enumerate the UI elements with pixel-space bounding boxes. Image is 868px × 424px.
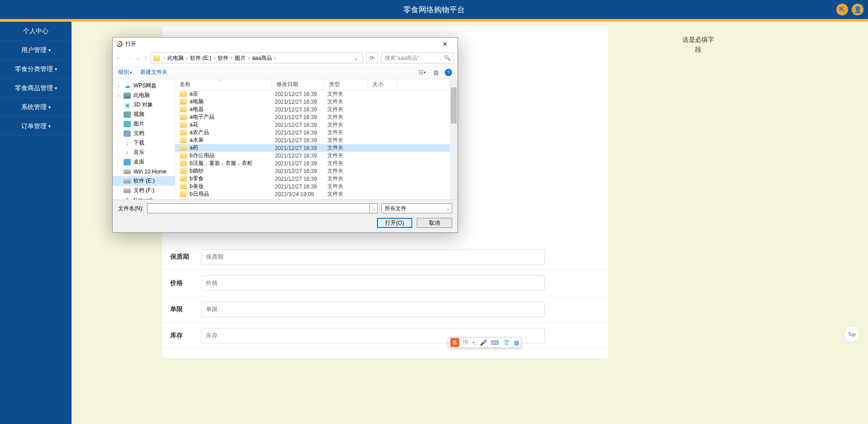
file-date: 2021/12/27 16:39 [275, 130, 327, 136]
tree-item[interactable]: 软件 (E:) [113, 176, 175, 186]
folder-tree[interactable]: ›☁WPS网盘›此电脑▣3D 对象视频图片文档↓下载♪音乐桌面Win 10 Ho… [113, 79, 175, 199]
tree-item-label: 音乐 [134, 149, 144, 156]
limit-input[interactable] [201, 302, 545, 317]
file-type: 文件夹 [327, 167, 369, 175]
preview-pane-icon[interactable]: ▥ [431, 68, 440, 77]
folder-icon [180, 145, 187, 151]
breadcrumb-item[interactable]: aaa商品 [252, 54, 272, 62]
fullscreen-icon[interactable]: ⇱ [836, 4, 848, 15]
file-row[interactable]: b日用品2022/3/24 19:09文件夹 [175, 190, 458, 198]
tree-item[interactable]: ▣3D 对象 [113, 100, 175, 110]
nav-recent-icon[interactable]: ⌄ [136, 56, 140, 60]
sidebar-item-orders[interactable]: 订单管理▾ [0, 117, 72, 136]
organize-menu[interactable]: 组织 ▾ [118, 68, 132, 76]
sidebar-item-users[interactable]: 用户管理▾ [0, 41, 72, 60]
folder-icon [180, 122, 187, 128]
col-type[interactable]: 类型 [324, 79, 368, 90]
nav-forward-icon[interactable]: → [126, 55, 132, 61]
tree-item[interactable]: ♪音乐 [113, 148, 175, 157]
tree-item[interactable]: ›此电脑 [113, 91, 175, 100]
back-to-top-button[interactable]: Top [844, 326, 860, 342]
tree-item[interactable]: ↓下载 [113, 138, 175, 148]
tree-item[interactable]: 视频 [113, 110, 175, 119]
file-list[interactable]: a茶2021/12/27 16:39文件夹a电脑2021/12/27 16:39… [175, 90, 458, 199]
required-hint: 这是必填字 段 [682, 34, 714, 55]
shelflife-input[interactable] [201, 249, 545, 265]
col-size[interactable]: 大小 [368, 79, 397, 90]
nav-up-icon[interactable]: ↑ [144, 55, 147, 61]
tree-item-icon [124, 169, 131, 174]
ime-punct-icon[interactable]: •, [472, 339, 476, 346]
file-row[interactable]: a电子产品2021/12/27 16:39文件夹 [175, 113, 458, 121]
file-type: 文件夹 [327, 183, 369, 190]
ime-lang-label[interactable]: 中 [463, 338, 469, 347]
dialog-titlebar[interactable]: 打开 ✕ [113, 38, 458, 50]
tree-item[interactable]: Win 10 Home [113, 167, 175, 176]
address-bar[interactable]: › 此电脑› 软件 (E:)› 软件› 图片› aaa商品› ⌄ [151, 53, 362, 63]
file-date: 2021/12/27 16:39 [275, 122, 327, 128]
file-row[interactable]: b汉服，童装，衣服，衣柜2021/12/27 16:39文件夹 [175, 159, 458, 167]
scrollbar[interactable] [450, 79, 458, 199]
sidebar-item-goods[interactable]: 零食商品管理▾ [0, 79, 72, 98]
nav-back-icon[interactable]: ← [116, 55, 122, 61]
folder-icon [153, 55, 160, 61]
form-row-limit: 单限 [162, 296, 608, 323]
breadcrumb-item[interactable]: 软件 [218, 54, 229, 62]
breadcrumb-item[interactable]: 软件 (E:) [190, 54, 211, 62]
file-date: 2021/12/27 16:39 [275, 137, 327, 144]
file-type: 文件夹 [327, 198, 369, 199]
col-name[interactable]: 名称 [175, 79, 272, 90]
col-date[interactable]: 修改日期 [272, 79, 324, 90]
file-row[interactable]: a花2021/12/27 16:39文件夹 [175, 121, 458, 129]
file-row[interactable]: b办公用品2021/12/27 16:39文件夹 [175, 152, 458, 159]
tree-item-icon: ♪ [124, 149, 131, 156]
cancel-button[interactable]: 取消 [417, 218, 452, 228]
sidebar-item-personal[interactable]: 个人中心 [0, 22, 72, 41]
close-button[interactable]: ✕ [436, 38, 454, 50]
file-row[interactable]: b零食2021/12/27 16:39文件夹 [175, 175, 458, 183]
ime-toolbox-icon[interactable]: ▦ [514, 339, 519, 346]
tree-item[interactable]: 文档 [113, 129, 175, 138]
file-list-header[interactable]: ⌃ 名称 修改日期 类型 大小 [175, 79, 458, 90]
breadcrumb-item[interactable]: 图片 [235, 54, 246, 62]
help-icon[interactable]: ? [445, 69, 452, 76]
sogou-icon[interactable]: S [450, 338, 459, 347]
chevron-down-icon: ⌄ [446, 206, 450, 211]
ime-keyboard-icon[interactable]: ⌨ [491, 339, 499, 346]
refresh-button[interactable]: ⟳ [366, 53, 378, 63]
sidebar-item-category[interactable]: 零食分类管理▾ [0, 60, 72, 79]
sidebar-item-system[interactable]: 系统管理▾ [0, 98, 72, 117]
file-row[interactable]: b失物2021/12/27 16:39文件夹 [175, 198, 458, 199]
tree-item[interactable]: 图片 [113, 119, 175, 129]
user-icon[interactable]: 👤 [852, 4, 863, 15]
filename-dropdown-icon[interactable]: ⌄ [370, 203, 378, 213]
file-row[interactable]: b婚纱2021/12/27 16:39文件夹 [175, 167, 458, 175]
file-open-dialog: 打开 ✕ ← → ⌄ ↑ › 此电脑› 软件 (E:)› 软件› 图片› aaa… [112, 37, 458, 233]
tree-item[interactable]: ›☁WPS网盘 [113, 81, 175, 91]
search-input[interactable]: 搜索"aaa商品" 🔍 [382, 53, 454, 63]
open-button[interactable]: 打开(O) [377, 218, 412, 228]
file-row[interactable]: a药2021/12/27 16:39文件夹 [175, 144, 458, 152]
scrollbar-thumb[interactable] [451, 87, 457, 124]
file-row[interactable]: a茶2021/12/27 16:39文件夹 [175, 90, 458, 98]
ime-voice-icon[interactable]: 🎤 [480, 339, 487, 346]
new-folder-button[interactable]: 新建文件夹 [140, 68, 167, 76]
breadcrumb-item[interactable]: 此电脑 [167, 54, 184, 62]
file-row[interactable]: a电器2021/12/27 16:39文件夹 [175, 106, 458, 113]
file-row[interactable]: a水果2021/12/27 16:39文件夹 [175, 136, 458, 144]
tree-item[interactable]: 文档 (F:) [113, 186, 175, 195]
price-input[interactable] [201, 275, 545, 291]
chevron-down-icon[interactable]: ⌄ [352, 55, 360, 61]
filename-input[interactable] [147, 203, 370, 213]
ime-toolbar[interactable]: S 中 •, 🎤 ⌨ 👕 ▦ [448, 337, 521, 348]
filetype-select[interactable]: 所有文件⌄ [382, 203, 452, 213]
file-type: 文件夹 [327, 121, 369, 129]
tree-item[interactable]: 桌面 [113, 157, 175, 167]
ime-skin-icon[interactable]: 👕 [503, 339, 510, 346]
file-row[interactable]: a电脑2021/12/27 16:39文件夹 [175, 98, 458, 106]
tree-item[interactable]: ›🖧Network [113, 195, 175, 199]
file-row[interactable]: b美妆2021/12/27 16:39文件夹 [175, 183, 458, 190]
tree-item-label: 桌面 [134, 158, 144, 166]
file-row[interactable]: a农产品2021/12/27 16:39文件夹 [175, 129, 458, 136]
view-mode-icon[interactable]: ☷ ▾ [418, 68, 427, 77]
